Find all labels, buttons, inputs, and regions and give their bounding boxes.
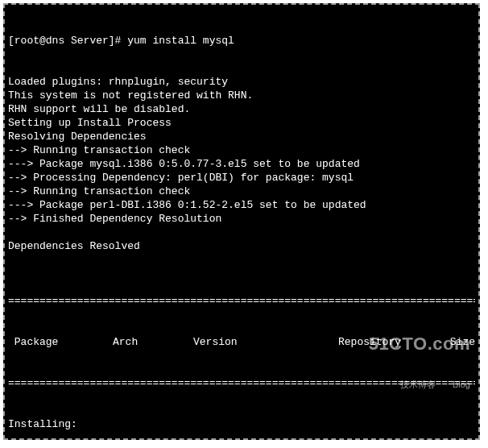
shell-prompt: [root@dns Server]# [8,35,127,47]
col-size: Size [427,335,475,349]
terminal-window[interactable]: [root@dns Server]# yum install mysql Loa… [3,3,480,440]
installing-label: Installing: [8,417,475,431]
output-line: --> Running transaction check [8,143,475,157]
output-line [8,226,475,239]
output-line: Setting up Install Process [8,116,475,130]
package-table-header: Package Arch Version Repository Size [8,335,475,349]
typed-command: yum install mysql [127,35,234,47]
col-version: Version [193,335,338,349]
output-line: ---> Package perl-DBI.i386 0:1.52-2.el5 … [8,198,475,212]
watermark: 51CTO.com 技术博客 Blog [369,309,470,419]
output-line [8,253,475,267]
output-line: Dependencies Resolved [8,239,475,253]
output-line: Resolving Dependencies [8,130,475,143]
col-arch: Arch [113,335,193,349]
output-line: --> Finished Dependency Resolution [8,212,475,226]
output-line: ---> Package mysql.i386 0:5.0.77-3.el5 s… [8,157,475,171]
col-package: Package [8,335,113,349]
output-line: Loaded plugins: rhnplugin, security [8,75,475,89]
col-repository: Repository [338,335,427,349]
output-line: --> Processing Dependency: perl(DBI) for… [8,171,475,185]
output-line: RHN support will be disabled. [8,102,475,116]
yum-output: Loaded plugins: rhnplugin, securityThis … [8,75,475,267]
divider-header: ========================================… [8,376,475,390]
output-line: This system is not registered with RHN. [8,89,475,102]
divider-top: ========================================… [8,294,475,308]
output-line: --> Running transaction check [8,185,475,198]
command-line: [root@dns Server]# yum install mysql [8,34,475,48]
